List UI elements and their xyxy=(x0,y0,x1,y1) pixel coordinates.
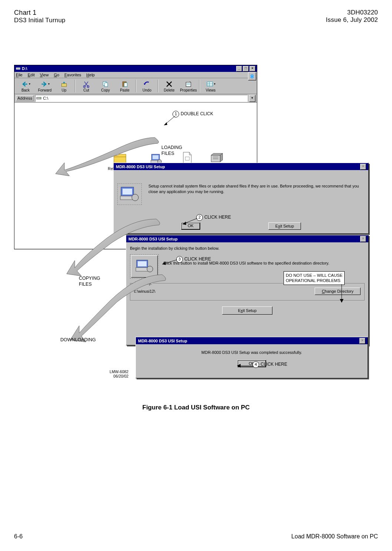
toolbar-paste-button[interactable]: Paste xyxy=(115,80,134,92)
toolbar-copy-label: Copy xyxy=(101,88,110,92)
menu-file[interactable]: File xyxy=(16,73,23,77)
arrow-step3 xyxy=(160,258,179,266)
svg-rect-30 xyxy=(136,268,148,271)
dialog3-close-button[interactable]: × xyxy=(359,338,365,344)
dialog3-done-text: MDR-8000 DS3 USI Setup was completed suc… xyxy=(140,350,364,355)
directory-path: c:\winusi12\ xyxy=(134,289,155,293)
toolbar-back-label: Back xyxy=(21,88,30,92)
toolbar-cut-button[interactable]: Cut xyxy=(77,80,96,92)
toolbar-copy-button[interactable]: Copy xyxy=(96,80,115,92)
dialog-complete: MDR-8000 DS3 USI Setup × MDR-8000 DS3 US… xyxy=(135,337,368,378)
dialog1-close-button[interactable]: × xyxy=(360,164,366,170)
address-value: C:\ xyxy=(43,96,48,100)
arrow-step2 xyxy=(181,217,199,226)
toolbar-forward-label: Forward xyxy=(38,88,52,92)
label-downloading: DOWNLOADING xyxy=(60,337,96,343)
header-issue: Issue 6, July 2002 xyxy=(326,16,378,24)
arrow-step4 xyxy=(237,363,255,369)
callout-step3: 3CLICK HERE xyxy=(176,256,211,263)
address-label: Address xyxy=(16,95,34,101)
footer-section: Load MDR-8000 Software on PC xyxy=(291,533,378,540)
toolbar-properties-button[interactable]: Properties xyxy=(179,80,198,92)
explorer-toolbar: ▾ Back ▾ Forward Up Cut Co xyxy=(14,78,257,94)
svg-rect-3 xyxy=(61,83,66,86)
svg-marker-37 xyxy=(237,364,241,368)
svg-rect-9 xyxy=(124,83,127,86)
stamp-date: 06/20/02 xyxy=(110,374,128,378)
svg-marker-35 xyxy=(340,299,344,303)
address-field[interactable]: C:\ xyxy=(35,95,248,102)
menu-view[interactable]: View xyxy=(40,73,49,77)
directory-legend: Directory: xyxy=(134,281,153,285)
toolbar-delete-button[interactable]: Delete xyxy=(160,80,179,92)
menu-go[interactable]: Go xyxy=(54,73,59,77)
label-copying-files: COPYING FILES xyxy=(79,275,100,288)
svg-point-4 xyxy=(84,86,86,87)
menu-help[interactable]: Help xyxy=(86,73,95,77)
dialog2-exit-button[interactable]: Exit Setup xyxy=(222,306,272,315)
svg-point-13 xyxy=(40,98,41,99)
dialog-setup-warning: MDR-8000 DS3 USI Setup × Setup cannot in… xyxy=(113,163,369,234)
throbber-icon xyxy=(248,72,256,80)
dialog3-title: MDR-8000 DS3 USI Setup xyxy=(138,339,187,343)
svg-rect-10 xyxy=(186,82,191,87)
toolbar-paste-label: Paste xyxy=(120,88,130,92)
dialog2-title: MDR-8000 DS3 USI Setup xyxy=(128,237,178,241)
svg-point-1 xyxy=(19,68,20,69)
toolbar-up-button[interactable]: Up xyxy=(54,80,74,92)
callout-step1: 1DOUBLE CLICK xyxy=(172,111,213,117)
figure-caption: Figure 6-1 Load USI Software on PC xyxy=(14,404,378,411)
svg-rect-19 xyxy=(211,155,220,162)
address-dropdown-button[interactable]: ▾ xyxy=(249,95,255,102)
toolbar-undo-label: Undo xyxy=(143,88,151,92)
svg-rect-11 xyxy=(207,82,212,86)
toolbar-up-label: Up xyxy=(62,88,67,92)
dialog1-title: MDR-8000 DS3 USI Setup xyxy=(116,165,165,169)
header-chart: Chart 1 xyxy=(14,9,66,17)
menu-edit[interactable]: Edit xyxy=(28,73,35,77)
svg-rect-29 xyxy=(138,261,147,266)
disk-icon xyxy=(36,96,41,101)
explorer-menubar: File Edit View Go Favorites Help xyxy=(14,72,257,78)
svg-rect-7 xyxy=(105,83,108,86)
svg-point-5 xyxy=(87,86,89,87)
install-icon-button[interactable] xyxy=(131,255,158,278)
toolbar-properties-label: Properties xyxy=(180,88,197,92)
header-subtitle: DS3 Initial Turnup xyxy=(14,17,66,24)
svg-point-2 xyxy=(250,74,254,79)
dialog2-begin-text: Begin the installation by clicking the b… xyxy=(130,246,365,250)
toolbar-views-button[interactable]: ▾ Views xyxy=(201,80,220,92)
toolbar-forward-button[interactable]: ▾ Forward xyxy=(35,80,54,92)
svg-marker-27 xyxy=(182,222,186,225)
warning-do-not-use: DO NOT USE – WILL CAUSE OPERATIONAL PROB… xyxy=(284,271,345,285)
dialog1-message: Setup cannot install system files or upd… xyxy=(148,183,365,195)
toolbar-undo-button[interactable]: Undo xyxy=(137,80,157,92)
explorer-title: D:\ xyxy=(22,66,27,71)
callout-step2: 2CLICK HERE xyxy=(196,214,231,221)
dialog2-close-button[interactable]: × xyxy=(360,236,366,242)
svg-rect-23 xyxy=(123,189,132,195)
menu-favorites[interactable]: Favorites xyxy=(64,73,81,77)
drive-icon xyxy=(16,66,20,71)
stamp-code: LMW-6082 xyxy=(110,369,128,374)
dialog1-exit-button[interactable]: Exit Setup xyxy=(268,222,301,230)
explorer-titlebar: D:\ _ □ × xyxy=(14,65,257,72)
toolbar-back-button[interactable]: ▾ Back xyxy=(16,80,35,92)
window-minimize-button[interactable]: _ xyxy=(236,66,242,72)
toolbar-cut-label: Cut xyxy=(83,88,89,92)
footer-page-number: 6-6 xyxy=(14,533,23,540)
window-close-button[interactable]: × xyxy=(249,66,255,72)
svg-point-25 xyxy=(132,194,138,201)
label-loading-files: LOADING FILES xyxy=(161,145,182,157)
svg-marker-33 xyxy=(162,262,166,265)
arrow-donotuse xyxy=(336,284,347,306)
toolbar-delete-label: Delete xyxy=(164,88,175,92)
setup-icon xyxy=(117,183,142,205)
svg-rect-15 xyxy=(153,155,158,159)
arrow-step1 xyxy=(162,116,177,127)
header-docnum: 3DH03220 xyxy=(326,9,378,16)
svg-point-31 xyxy=(147,266,153,272)
window-maximize-button[interactable]: □ xyxy=(243,66,249,72)
dialog-install: MDR-8000 DS3 USI Setup × Begin the insta… xyxy=(126,235,369,345)
toolbar-views-label: Views xyxy=(206,88,216,92)
